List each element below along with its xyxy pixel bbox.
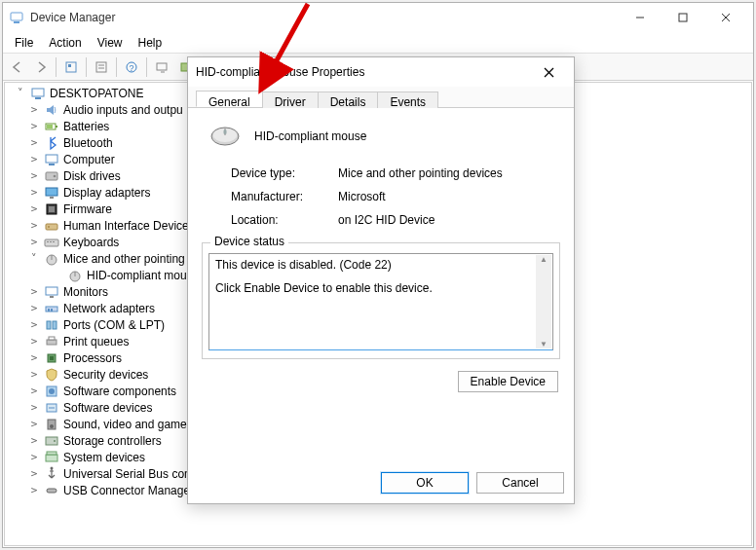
expand-toggle[interactable]: ˅	[15, 87, 26, 99]
tab-details[interactable]: Details	[318, 92, 379, 108]
device-info: Device type: Mice and other pointing dev…	[202, 166, 560, 227]
expand-toggle[interactable]: >	[28, 202, 40, 215]
computer-icon	[30, 86, 46, 101]
expand-toggle[interactable]: >	[28, 335, 40, 348]
device-category-icon	[44, 317, 59, 333]
expand-toggle[interactable]: >	[28, 236, 40, 248]
expand-toggle[interactable]: >	[28, 401, 40, 414]
properties-titlebar: HID-compliant Mouse Properties	[188, 57, 574, 87]
tree-child-label: HID-compliant mou	[87, 269, 187, 282]
device-category-icon	[44, 135, 59, 151]
toolbar-help-button[interactable]: ?	[121, 56, 142, 78]
value-location: on I2C HID Device	[338, 213, 560, 227]
status-scrollbar[interactable]: ▲ ▼	[536, 255, 551, 348]
device-status-textbox[interactable]: This device is disabled. (Code 22) Click…	[208, 253, 553, 350]
tree-item-label: Network adapters	[63, 302, 155, 315]
toolbar-properties-button[interactable]	[91, 56, 112, 78]
tree-item-label: Batteries	[63, 120, 109, 133]
menu-action[interactable]: Action	[41, 34, 89, 52]
device-properties-dialog: HID-compliant Mouse Properties General D…	[187, 56, 575, 504]
device-category-icon	[44, 417, 59, 432]
tab-general[interactable]: General	[196, 91, 263, 107]
properties-body: HID-compliant mouse Device type: Mice an…	[188, 108, 574, 464]
svg-point-50	[49, 388, 55, 394]
scroll-up-icon[interactable]: ▲	[540, 255, 548, 264]
expand-toggle[interactable]: >	[28, 351, 40, 364]
tree-item-label: Audio inputs and outpu	[63, 103, 183, 117]
svg-rect-65	[224, 129, 227, 134]
status-line-2: Click Enable Device to enable this devic…	[215, 281, 547, 295]
svg-rect-39	[50, 296, 54, 298]
svg-rect-46	[49, 337, 55, 340]
svg-rect-3	[679, 14, 687, 21]
tree-item-label: Software components	[63, 385, 176, 398]
svg-rect-19	[47, 125, 53, 128]
toolbar-scan-button[interactable]	[151, 56, 172, 78]
svg-rect-30	[45, 239, 58, 246]
maximize-button[interactable]	[662, 4, 704, 31]
tree-item-label: System devices	[63, 451, 145, 464]
svg-rect-43	[47, 321, 51, 329]
svg-point-58	[51, 466, 54, 469]
window-controls	[619, 4, 747, 31]
device-category-icon	[44, 284, 59, 300]
expand-toggle[interactable]: >	[28, 451, 40, 463]
svg-rect-57	[47, 452, 57, 455]
minimize-button[interactable]	[619, 4, 662, 31]
expand-toggle[interactable]: >	[28, 219, 40, 232]
menu-file[interactable]: File	[7, 34, 41, 52]
toolbar-forward-button[interactable]	[30, 56, 52, 78]
expand-toggle[interactable]: >	[28, 484, 40, 496]
expand-toggle[interactable]: >	[28, 434, 40, 447]
enable-device-button[interactable]: Enable Device	[458, 371, 558, 392]
svg-rect-54	[46, 437, 57, 445]
ok-button[interactable]: OK	[381, 472, 469, 494]
window-title: Device Manager	[30, 11, 619, 24]
scroll-down-icon[interactable]: ▼	[540, 340, 548, 348]
svg-rect-56	[46, 455, 57, 461]
menubar: File Action View Help	[3, 32, 753, 54]
expand-toggle[interactable]: >	[28, 120, 40, 132]
close-button[interactable]	[704, 4, 747, 31]
svg-rect-38	[46, 287, 57, 295]
expand-toggle[interactable]: ˅	[28, 252, 40, 265]
expand-toggle[interactable]: >	[28, 169, 40, 182]
expand-toggle[interactable]: >	[28, 467, 40, 480]
label-manufacturer: Manufacturer:	[231, 190, 338, 203]
tab-events[interactable]: Events	[377, 92, 438, 108]
svg-rect-16	[35, 97, 41, 99]
expand-toggle[interactable]: >	[28, 153, 40, 165]
svg-rect-0	[11, 13, 22, 20]
tree-item-label: Bluetooth	[63, 136, 113, 150]
expand-toggle[interactable]: >	[28, 368, 40, 381]
menu-view[interactable]: View	[90, 34, 131, 52]
cancel-button[interactable]: Cancel	[476, 472, 564, 494]
expand-toggle[interactable]: >	[28, 186, 40, 199]
device-category-icon	[44, 367, 59, 383]
svg-rect-8	[96, 62, 106, 72]
toolbar-back-button[interactable]	[7, 56, 28, 78]
device-category-icon	[44, 466, 59, 482]
device-category-icon	[44, 218, 59, 234]
svg-rect-21	[49, 164, 55, 165]
svg-rect-59	[47, 489, 57, 493]
properties-close-button[interactable]	[531, 59, 566, 85]
svg-rect-33	[53, 241, 55, 242]
label-device-type: Device type:	[231, 166, 338, 180]
expand-toggle[interactable]: >	[28, 302, 40, 314]
tab-driver[interactable]: Driver	[262, 92, 319, 108]
expand-toggle[interactable]: >	[28, 318, 40, 331]
device-category-icon	[44, 301, 59, 316]
toolbar-show-tree-button[interactable]	[60, 56, 82, 78]
svg-point-23	[54, 174, 57, 177]
tree-item-label: Monitors	[63, 285, 108, 299]
properties-actions: OK Cancel	[188, 464, 574, 503]
value-device-type: Mice and other pointing devices	[338, 166, 560, 180]
expand-toggle[interactable]: >	[28, 103, 40, 116]
expand-toggle[interactable]: >	[28, 285, 40, 298]
expand-toggle[interactable]: >	[28, 418, 40, 430]
expand-toggle[interactable]: >	[28, 136, 40, 149]
value-manufacturer: Microsoft	[338, 190, 560, 203]
menu-help[interactable]: Help	[131, 34, 170, 52]
expand-toggle[interactable]: >	[28, 385, 40, 397]
